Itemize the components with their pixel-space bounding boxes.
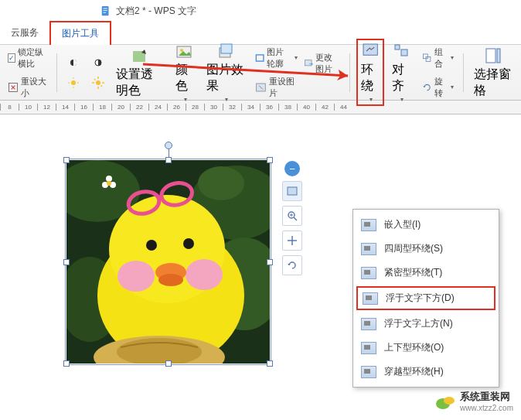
svg-rect-1 xyxy=(104,9,107,9)
svg-rect-34 xyxy=(497,49,500,63)
reset-picture-button[interactable]: 重设图片 xyxy=(252,74,300,101)
svg-point-22 xyxy=(180,49,183,52)
change-picture-button[interactable]: 更改图片 xyxy=(301,50,344,77)
tab-picture-tools[interactable]: 图片工具 xyxy=(49,21,111,45)
svg-rect-25 xyxy=(256,54,264,60)
tab-cloud-services[interactable]: 云服务 xyxy=(0,22,49,44)
change-icon xyxy=(304,56,314,70)
svg-rect-3 xyxy=(104,12,107,13)
brightness-icon[interactable] xyxy=(63,54,83,71)
ribbon: ✓ 锁定纵横比 重设大小 设置透明色 颜色▾ 图片 xyxy=(0,45,521,101)
align-icon xyxy=(392,42,410,60)
watermark-icon xyxy=(435,393,455,410)
resize-handle-tr[interactable] xyxy=(267,157,273,163)
menu-item-infront-text[interactable]: 浮于文字上方(N) xyxy=(353,312,499,336)
square-icon xyxy=(361,243,376,255)
menu-item-through[interactable]: 穿越型环绕(H) xyxy=(353,360,499,384)
image-float-toolbar: − xyxy=(282,161,302,275)
svg-rect-32 xyxy=(426,56,431,61)
topbottom-icon xyxy=(361,342,376,354)
resize-handle-br[interactable] xyxy=(267,360,273,367)
resize-handle-l[interactable] xyxy=(63,259,70,265)
watermark-title: 系统重装网 xyxy=(460,391,510,402)
tab-bar: 云服务 图片工具 xyxy=(0,22,521,45)
ruler: 8 10 12 14 16 18 20 22 24 26 28 30 32 34… xyxy=(0,101,521,114)
effects-icon xyxy=(216,42,235,60)
ruler-tick: 8 xyxy=(0,104,19,111)
contrast-icon[interactable] xyxy=(88,54,108,71)
svg-rect-60 xyxy=(288,187,297,195)
doc-icon xyxy=(100,5,116,16)
inline-icon xyxy=(361,219,376,231)
menu-item-tight[interactable]: 紧密型环绕(T) xyxy=(353,261,499,285)
svg-rect-33 xyxy=(486,49,495,63)
svg-point-13 xyxy=(96,80,100,85)
transparency-icon xyxy=(131,46,149,65)
infront-icon xyxy=(361,318,376,330)
svg-line-19 xyxy=(101,85,103,87)
resize-handle-tl[interactable] xyxy=(63,157,70,163)
rotate-float-button[interactable] xyxy=(282,255,302,275)
resize-handle-bl[interactable] xyxy=(63,360,70,367)
svg-rect-29 xyxy=(395,45,400,50)
crop-float-button[interactable] xyxy=(282,230,302,251)
color-button[interactable]: 颜色▾ xyxy=(171,39,199,106)
reset-picture-icon xyxy=(255,80,267,94)
rotation-handle[interactable] xyxy=(165,142,172,149)
menu-item-square[interactable]: 四周型环绕(S) xyxy=(353,237,499,261)
svg-rect-27 xyxy=(305,60,312,65)
window-title: 文档2 * - WPS 文字 xyxy=(116,5,196,18)
align-button[interactable]: 对齐▾ xyxy=(387,39,415,106)
resize-handle-t[interactable] xyxy=(165,157,172,163)
bright-icon[interactable] xyxy=(88,74,108,91)
layout-float-button[interactable] xyxy=(282,181,302,201)
svg-rect-31 xyxy=(423,53,427,58)
picture-outline-button[interactable]: 图片轮廓▾ xyxy=(252,45,300,71)
menu-item-topbottom[interactable]: 上下型环绕(O) xyxy=(353,336,499,360)
picture-effects-button[interactable]: 图片效果▾ xyxy=(202,39,249,106)
color-icon xyxy=(175,42,194,60)
behind-icon xyxy=(363,292,378,305)
rotate-icon xyxy=(422,80,432,94)
svg-marker-67 xyxy=(288,264,291,265)
dim-icon[interactable] xyxy=(63,74,83,91)
selected-image[interactable] xyxy=(66,160,270,364)
menu-item-inline[interactable]: 嵌入型(I) xyxy=(353,213,499,237)
wrap-button[interactable]: 环绕▾ xyxy=(356,39,384,106)
svg-point-69 xyxy=(444,397,455,405)
svg-line-62 xyxy=(294,217,297,220)
document-canvas[interactable]: − 嵌入型(I) 四周型环绕(S) 紧密型环绕(T) 浮于文字下方 xyxy=(0,114,521,420)
svg-point-8 xyxy=(71,80,76,85)
zoom-float-button[interactable] xyxy=(282,206,302,226)
group-button[interactable]: 组合▾ xyxy=(419,45,457,71)
tight-icon xyxy=(361,267,376,279)
watermark: 系统重装网 www.xtzz2.com xyxy=(435,390,513,412)
close-float-button[interactable]: − xyxy=(284,161,300,176)
rotate-button[interactable]: 旋转▾ xyxy=(419,74,457,101)
set-transparency-button[interactable]: 设置透明色 xyxy=(111,43,168,102)
watermark-url: www.xtzz2.com xyxy=(460,404,513,412)
resize-handle-b[interactable] xyxy=(165,360,172,367)
resize-handle-r[interactable] xyxy=(267,259,273,265)
through-icon xyxy=(361,366,376,378)
selection-pane-button[interactable]: 选择窗格 xyxy=(469,43,516,102)
lock-ratio-checkbox[interactable]: ✓ 锁定纵横比 xyxy=(5,45,50,71)
wrap-dropdown-menu: 嵌入型(I) 四周型环绕(S) 紧密型环绕(T) 浮于文字下方(D) 浮于文字上… xyxy=(352,209,499,388)
wrap-icon xyxy=(361,42,380,60)
menu-item-behind-text[interactable]: 浮于文字下方(D) xyxy=(356,286,495,310)
svg-line-18 xyxy=(94,79,96,80)
svg-rect-30 xyxy=(401,50,407,56)
svg-rect-24 xyxy=(221,44,232,53)
group-icon xyxy=(422,51,432,65)
svg-rect-28 xyxy=(363,44,377,55)
reset-size-icon xyxy=(8,80,19,94)
reset-size-button[interactable]: 重设大小 xyxy=(5,74,50,101)
selection-pane-icon xyxy=(484,46,502,65)
title-bar: 文档2 * - WPS 文字 xyxy=(0,0,521,22)
svg-rect-2 xyxy=(104,10,107,11)
selection-border xyxy=(65,159,271,365)
outline-icon xyxy=(255,51,264,65)
checkbox-icon: ✓ xyxy=(8,53,15,63)
